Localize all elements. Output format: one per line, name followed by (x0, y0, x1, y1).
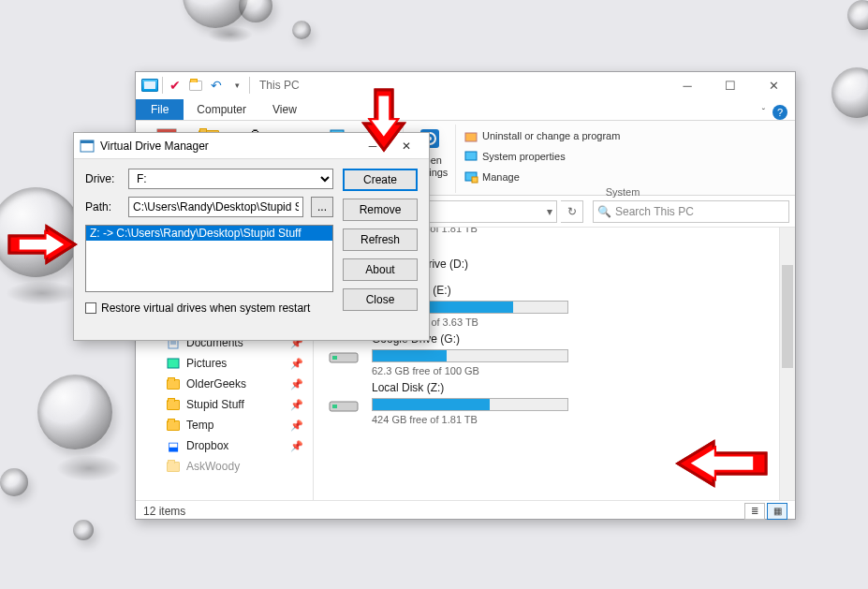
vdm-minimize-button[interactable]: ─ (356, 133, 390, 159)
vertical-scrollbar[interactable] (779, 228, 795, 500)
tab-view[interactable]: View (259, 99, 310, 120)
ribbon-tabs: File Computer View ˇ ? (136, 98, 795, 121)
svg-rect-9 (465, 133, 477, 141)
drive-select[interactable]: F: (128, 169, 333, 189)
vdm-title-text: Virtual Drive Manager (100, 140, 209, 153)
close-button[interactable]: Close (343, 288, 418, 311)
hdd-icon (325, 336, 362, 370)
collapse-ribbon-icon[interactable]: ˇ (762, 108, 765, 118)
ribbon-group-system-label: System (606, 186, 640, 199)
restore-checkbox[interactable]: Restore virtual drives when system resta… (85, 302, 333, 315)
pin-icon: 📌 (290, 420, 303, 432)
svg-rect-21 (332, 356, 337, 360)
maximize-button[interactable]: ☐ (709, 72, 752, 98)
refresh-button[interactable]: ↻ (561, 200, 583, 223)
tree-item-stupid-stuff[interactable]: Stupid Stuff📌 (143, 394, 313, 415)
view-details-button[interactable]: ≣ (744, 503, 765, 520)
vdm-close-button[interactable]: ✕ (390, 133, 423, 159)
qat-new-folder-icon[interactable] (185, 75, 206, 96)
pin-icon: 📌 (290, 358, 303, 370)
vdm-app-icon (80, 139, 95, 154)
pin-icon: 📌 (290, 378, 303, 390)
pin-icon: 📌 (290, 440, 303, 452)
checkbox-icon (85, 302, 96, 314)
tree-item-askwoody[interactable]: AskWoody (143, 456, 313, 477)
view-tiles-button[interactable]: ▦ (767, 503, 787, 520)
virtual-drive-manager-dialog: Virtual Drive Manager ─ ✕ Drive: F: Path… (73, 132, 430, 341)
minimize-button[interactable]: ─ (666, 72, 709, 98)
manage-button[interactable]: Manage (463, 168, 520, 186)
drive-mapping-list[interactable]: Z: -> C:\Users\Randy\Desktop\Stupid Stuf… (85, 225, 333, 292)
hdd-icon (325, 385, 362, 419)
drive-z[interactable]: Local Disk (Z:) 424 GB free of 1.81 TB (325, 381, 787, 430)
browse-button[interactable]: ... (311, 197, 333, 217)
remove-button[interactable]: Remove (343, 199, 418, 221)
path-label: Path: (85, 200, 121, 214)
search-icon: 🔍 (597, 205, 611, 218)
svg-rect-10 (465, 152, 477, 160)
svg-rect-14 (168, 359, 179, 368)
refresh-button[interactable]: Refresh (343, 228, 418, 251)
tree-item-temp[interactable]: Temp📌 (143, 415, 313, 435)
mapping-entry-selected[interactable]: Z: -> C:\Users\Randy\Desktop\Stupid Stuf… (86, 226, 332, 241)
path-input[interactable] (128, 197, 303, 217)
tab-computer[interactable]: Computer (184, 99, 259, 120)
close-button[interactable]: ✕ (752, 72, 795, 98)
svg-rect-12 (472, 177, 478, 183)
status-bar: 12 items ≣ ▦ (136, 500, 795, 521)
search-input[interactable]: 🔍 Search This PC (593, 200, 789, 223)
svg-rect-23 (332, 405, 337, 408)
create-button[interactable]: Create (343, 169, 418, 191)
qat-dropdown-icon[interactable]: ▾ (227, 75, 247, 96)
tree-item-pictures[interactable]: Pictures📌 (143, 353, 313, 374)
qat-properties-icon[interactable]: ✔ (165, 75, 185, 96)
tab-file[interactable]: File (136, 99, 184, 120)
svg-rect-25 (81, 140, 94, 143)
tree-item-oldergeeks[interactable]: OlderGeeks📌 (143, 374, 313, 394)
system-properties-button[interactable]: System properties (463, 147, 566, 166)
vdm-titlebar[interactable]: Virtual Drive Manager ─ ✕ (74, 133, 429, 159)
qat-undo-icon[interactable]: ↶ (206, 75, 227, 96)
uninstall-program-button[interactable]: Uninstall or change a program (463, 126, 620, 145)
explorer-icon[interactable] (140, 75, 160, 96)
explorer-titlebar[interactable]: ✔ ↶ ▾ This PC ─ ☐ ✕ (136, 72, 795, 98)
about-button[interactable]: About (343, 258, 418, 281)
window-title: This PC (259, 79, 300, 92)
help-icon[interactable]: ? (772, 105, 787, 120)
quick-access-toolbar: ✔ ↶ ▾ (140, 75, 252, 96)
item-count: 12 items (143, 505, 185, 518)
pin-icon: 📌 (290, 399, 303, 411)
drive-label: Drive: (85, 172, 121, 185)
tree-item-dropbox[interactable]: ⬓Dropbox📌 (143, 435, 313, 456)
